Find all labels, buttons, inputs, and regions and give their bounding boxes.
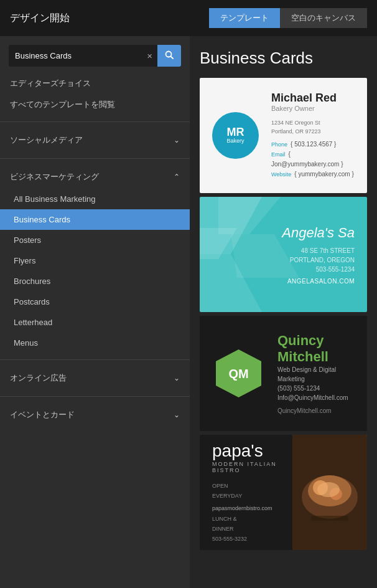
section-social-media[interactable]: ソーシャルメディア ⌄ xyxy=(0,128,190,152)
section-events-cards[interactable]: イベントとカード ⌄ xyxy=(0,403,190,427)
card-right-papas xyxy=(292,435,367,550)
template-card-angela[interactable]: Angela's Sa 48 SE 7th STREETPORTLAND, OR… xyxy=(200,197,367,312)
card-website-row: Website{ yummybakery.com } xyxy=(271,169,355,179)
sidebar: × エディターズチョイス すべてのテンプレートを閲覧 ソーシャルメディア ⌄ ビ… xyxy=(0,36,190,588)
template-card-papas[interactable]: papa's MODERN ITALIAN BISTRO OPENEVERYDA… xyxy=(200,435,367,550)
card-sub-quincy: Web Design & Digital Marketing (503) 555… xyxy=(277,365,355,402)
card-title-bakery: Bakery Owner xyxy=(271,105,355,112)
search-icon xyxy=(165,50,174,59)
card-logo-qm-container: QM xyxy=(212,347,265,400)
sidebar-item-postcards[interactable]: Postcards xyxy=(0,292,190,312)
section-business-marketing-label: ビジネスマーケティング xyxy=(10,171,99,183)
main-layout: × エディターズチョイス すべてのテンプレートを閲覧 ソーシャルメディア ⌄ ビ… xyxy=(0,36,377,588)
card-address-angela: 48 SE 7th STREETPORTLAND, OREGON503-555-… xyxy=(282,246,355,274)
sidebar-editors-choice[interactable]: エディターズチョイス xyxy=(0,73,190,94)
section-business-marketing[interactable]: ビジネスマーケティング ⌃ xyxy=(0,165,190,189)
card-name-angela: Angela's Sa xyxy=(282,225,355,241)
card-website-angela: ANGELASALON.COM xyxy=(282,278,355,285)
header: デザイン開始 テンプレート 空白のキャンバス xyxy=(0,0,377,36)
search-button[interactable] xyxy=(157,45,181,67)
tab-template[interactable]: テンプレート xyxy=(209,8,280,28)
card-name-quincy: Quincy Mitchell xyxy=(277,333,355,365)
logo-text-bakery: Bakery xyxy=(226,138,244,145)
template-grid: MR Bakery Michael Red Bakery Owner 1234 … xyxy=(200,78,367,550)
chevron-down-icon: ⌄ xyxy=(174,136,180,145)
search-bar: × xyxy=(9,45,181,67)
card-left-papas: papa's MODERN ITALIAN BISTRO OPENEVERYDA… xyxy=(200,435,292,550)
divider-4 xyxy=(0,396,190,397)
search-clear-button[interactable]: × xyxy=(142,50,157,61)
tab-blank[interactable]: 空白のキャンバス xyxy=(280,8,367,28)
header-tabs: テンプレート 空白のキャンバス xyxy=(209,8,367,28)
card-phone-row: Phone{ 503.123.4567 } xyxy=(271,140,355,149)
chevron-down-icon-3: ⌄ xyxy=(174,410,180,419)
sidebar-item-menus[interactable]: Menus xyxy=(0,333,190,353)
sidebar-item-brochures[interactable]: Brochures xyxy=(0,271,190,292)
card-logo-mr: MR Bakery xyxy=(212,112,259,159)
divider-1 xyxy=(0,121,190,122)
section-online-ads-label: オンライン広告 xyxy=(10,372,67,384)
content-area: Business Cards MR Bakery Michael Red Bak… xyxy=(190,36,377,588)
sidebar-item-letterhead[interactable]: Letterhead xyxy=(0,312,190,333)
svg-line-1 xyxy=(171,57,174,59)
page-title: Business Cards xyxy=(200,49,367,68)
sidebar-item-posters[interactable]: Posters xyxy=(0,230,190,250)
divider-2 xyxy=(0,158,190,159)
app-title: デザイン開始 xyxy=(10,12,70,25)
divider-3 xyxy=(0,359,190,360)
template-card-bakery[interactable]: MR Bakery Michael Red Bakery Owner 1234 … xyxy=(200,78,367,193)
card-info-angela: Angela's Sa 48 SE 7th STREETPORTLAND, OR… xyxy=(282,225,355,285)
section-online-ads[interactable]: オンライン広告 ⌄ xyxy=(0,366,190,390)
logo-text-mr: MR xyxy=(226,126,244,139)
food-image xyxy=(292,435,367,550)
sidebar-item-all-business[interactable]: All Business Marketing xyxy=(0,189,190,209)
template-card-quincy[interactable]: QM Quincy Mitchell Web Design & Digital … xyxy=(200,316,367,431)
chevron-up-icon: ⌃ xyxy=(174,173,180,181)
card-email-row: Email{ Jon@yummybakery.com } xyxy=(271,149,355,169)
card-website-quincy: QuincyMitchell.com xyxy=(277,407,355,414)
search-input[interactable] xyxy=(9,45,142,66)
card-info-bakery: Michael Red Bakery Owner 1234 NE Oregon … xyxy=(271,92,355,180)
hexagon-logo: QM xyxy=(212,347,265,400)
sidebar-item-business-cards[interactable]: Business Cards xyxy=(0,209,190,230)
sidebar-browse-all[interactable]: すべてのテンプレートを閲覧 xyxy=(0,94,190,115)
card-info-quincy: Quincy Mitchell Web Design & Digital Mar… xyxy=(277,333,355,414)
sidebar-item-flyers[interactable]: Flyers xyxy=(0,250,190,271)
card-name-papas: papa's xyxy=(212,441,280,461)
section-events-cards-label: イベントとカード xyxy=(10,409,75,420)
svg-text:QM: QM xyxy=(228,367,248,381)
chevron-down-icon-2: ⌄ xyxy=(174,374,180,382)
card-detail-papas: OPENEVERYDAY papasmodernbistro.com LUNCH… xyxy=(212,481,280,544)
card-sub-papas: MODERN ITALIAN BISTRO xyxy=(212,461,280,473)
svg-point-14 xyxy=(317,482,340,497)
svg-rect-15 xyxy=(311,516,348,521)
card-address: 1234 NE Oregon StPortland, OR 97223 xyxy=(271,118,355,136)
section-social-media-label: ソーシャルメディア xyxy=(10,135,83,146)
food-svg xyxy=(292,435,367,550)
card-detail-bakery: 1234 NE Oregon StPortland, OR 97223 Phon… xyxy=(271,118,355,180)
business-marketing-items: All Business Marketing Business Cards Po… xyxy=(0,189,190,353)
card-name-michael: Michael Red xyxy=(271,92,355,105)
